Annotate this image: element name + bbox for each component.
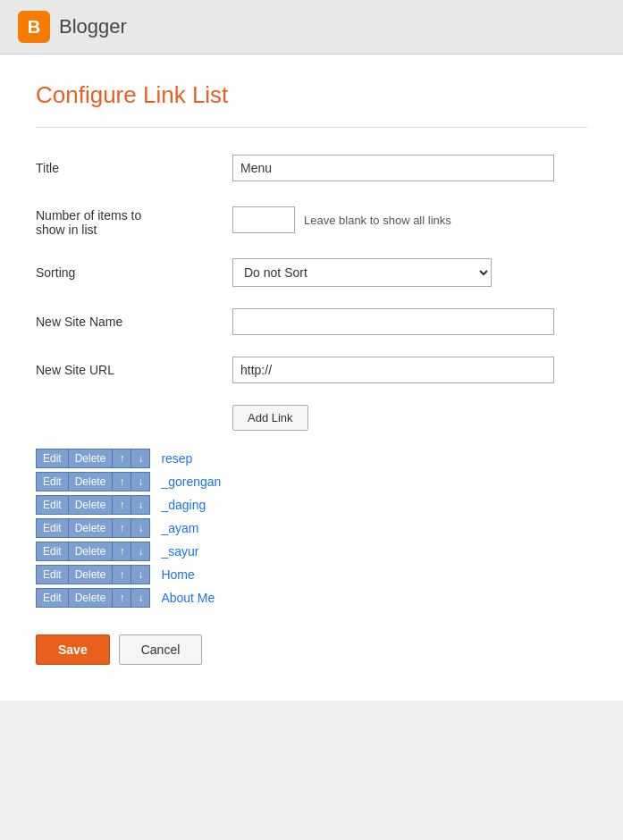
app-name: Blogger — [59, 15, 127, 38]
link-controls: Edit Delete ↑ ↓ — [36, 472, 150, 491]
move-down-button[interactable]: ↓ — [131, 566, 149, 584]
list-item: Edit Delete ↑ ↓ resep — [36, 449, 587, 468]
move-down-button[interactable]: ↓ — [131, 496, 149, 514]
move-down-button[interactable]: ↓ — [131, 542, 149, 560]
edit-button[interactable]: Edit — [37, 473, 69, 491]
link-controls: Edit Delete ↑ ↓ — [36, 542, 150, 561]
link-list: Edit Delete ↑ ↓ resep Edit Delete ↑ ↓ _g… — [36, 449, 587, 608]
delete-button[interactable]: Delete — [69, 519, 114, 537]
site-url-label: New Site URL — [36, 363, 232, 377]
move-up-button[interactable]: ↑ — [113, 473, 131, 491]
title-row: Title — [36, 155, 587, 181]
items-row: Number of items toshow in list Leave bla… — [36, 203, 587, 237]
edit-button[interactable]: Edit — [37, 542, 69, 560]
app-header: B Blogger — [0, 0, 623, 55]
delete-button[interactable]: Delete — [69, 589, 114, 607]
link-name[interactable]: About Me — [161, 591, 215, 605]
edit-button[interactable]: Edit — [37, 496, 69, 514]
link-name[interactable]: _daging — [161, 498, 206, 512]
move-down-button[interactable]: ↓ — [131, 519, 149, 537]
link-name[interactable]: _gorengan — [161, 475, 221, 489]
delete-button[interactable]: Delete — [69, 449, 114, 467]
move-down-button[interactable]: ↓ — [131, 589, 149, 607]
link-name[interactable]: resep — [161, 451, 192, 466]
blogger-logo-icon: B — [18, 11, 50, 43]
link-controls: Edit Delete ↑ ↓ — [36, 588, 150, 608]
main-content: Configure Link List Title Number of item… — [0, 55, 623, 701]
move-up-button[interactable]: ↑ — [113, 519, 131, 537]
delete-button[interactable]: Delete — [69, 566, 114, 584]
delete-button[interactable]: Delete — [69, 473, 114, 491]
link-name[interactable]: _sayur — [161, 544, 198, 559]
site-name-label: New Site Name — [36, 315, 232, 329]
sorting-row: Sorting Do not Sort Sort Alphabetically … — [36, 258, 587, 287]
link-controls: Edit Delete ↑ ↓ — [36, 495, 150, 515]
title-label: Title — [36, 161, 232, 175]
items-input[interactable] — [232, 206, 295, 233]
list-item: Edit Delete ↑ ↓ Home — [36, 565, 587, 584]
delete-button[interactable]: Delete — [69, 542, 114, 560]
edit-button[interactable]: Edit — [37, 589, 69, 607]
add-link-button[interactable]: Add Link — [232, 405, 308, 431]
save-button[interactable]: Save — [36, 634, 110, 665]
site-name-row: New Site Name — [36, 308, 587, 335]
move-down-button[interactable]: ↓ — [131, 449, 149, 467]
page-title: Configure Link List — [36, 81, 587, 109]
move-up-button[interactable]: ↑ — [113, 449, 131, 467]
move-up-button[interactable]: ↑ — [113, 566, 131, 584]
list-item: Edit Delete ↑ ↓ _gorengan — [36, 472, 587, 491]
title-input[interactable] — [232, 155, 554, 181]
link-controls: Edit Delete ↑ ↓ — [36, 449, 150, 468]
site-url-input[interactable] — [232, 357, 554, 383]
link-name[interactable]: _ayam — [161, 521, 198, 535]
list-item: Edit Delete ↑ ↓ _daging — [36, 495, 587, 515]
link-controls: Edit Delete ↑ ↓ — [36, 518, 150, 538]
move-up-button[interactable]: ↑ — [113, 496, 131, 514]
delete-button[interactable]: Delete — [69, 496, 114, 514]
site-url-row: New Site URL — [36, 357, 587, 383]
items-label: Number of items toshow in list — [36, 203, 232, 237]
sorting-label: Sorting — [36, 265, 232, 280]
move-down-button[interactable]: ↓ — [131, 473, 149, 491]
move-up-button[interactable]: ↑ — [113, 542, 131, 560]
edit-button[interactable]: Edit — [37, 519, 69, 537]
edit-button[interactable]: Edit — [37, 449, 69, 467]
site-name-input[interactable] — [232, 308, 554, 335]
cancel-button[interactable]: Cancel — [119, 634, 203, 665]
move-up-button[interactable]: ↑ — [113, 589, 131, 607]
list-item: Edit Delete ↑ ↓ _sayur — [36, 542, 587, 561]
items-hint: Leave blank to show all links — [304, 214, 451, 227]
list-item: Edit Delete ↑ ↓ About Me — [36, 588, 587, 608]
list-item: Edit Delete ↑ ↓ _ayam — [36, 518, 587, 538]
link-name[interactable]: Home — [161, 567, 194, 582]
sorting-select[interactable]: Do not Sort Sort Alphabetically Sort Rev… — [232, 258, 492, 287]
divider — [36, 127, 587, 128]
bottom-buttons: Save Cancel — [36, 634, 587, 665]
link-controls: Edit Delete ↑ ↓ — [36, 565, 150, 584]
edit-button[interactable]: Edit — [37, 566, 69, 584]
